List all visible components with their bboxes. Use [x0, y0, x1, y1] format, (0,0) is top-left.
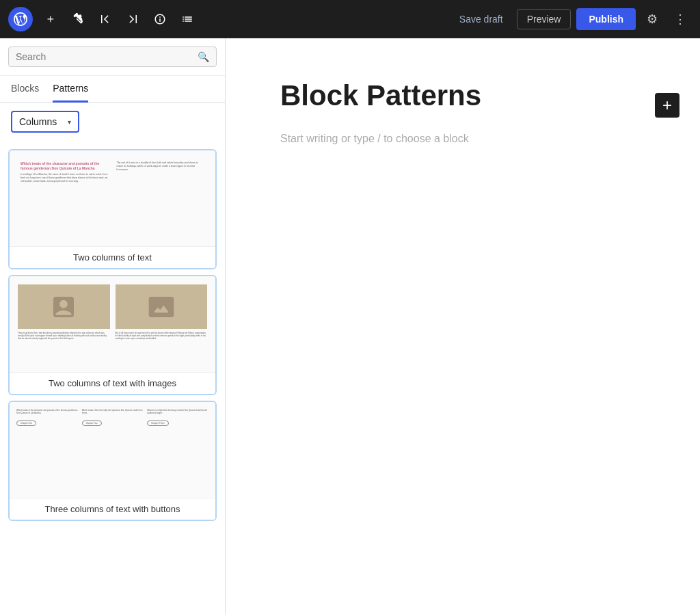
search-input[interactable] [16, 51, 192, 62]
toolbar: Save draft Preview Publish ⚙ ⋮ [0, 0, 700, 38]
publish-button[interactable]: Publish [576, 8, 636, 30]
preview-button-2: Chapter Two [82, 421, 102, 426]
tools-icon [72, 13, 84, 25]
preview-text-col1: They must know, then, that the above-nam… [18, 332, 110, 341]
layout: 🔍 Blocks Patterns Columns All Text Galle… [0, 38, 700, 614]
columns-select[interactable]: Columns All Text Gallery Media & Text [19, 116, 62, 127]
pattern-label-three-col-buttons: Three columns of text with buttons [10, 498, 215, 520]
preview-body-2: The rest of it went in a doublet of fine… [117, 161, 205, 172]
preview-title: Which treats of the character and pursui… [21, 161, 109, 170]
chevron-down-icon: ▾ [68, 118, 71, 126]
add-block-button[interactable] [38, 7, 63, 31]
patterns-list: Which treats of the character and pursui… [0, 141, 225, 535]
undo-button[interactable] [93, 7, 118, 31]
page-title[interactable]: Block Patterns [280, 79, 645, 112]
search-icon: 🔍 [198, 51, 209, 62]
tab-patterns[interactable]: Patterns [53, 83, 88, 103]
search-box: 🔍 [8, 46, 217, 67]
save-draft-button[interactable]: Save draft [451, 10, 511, 29]
pattern-card-two-col-text[interactable]: Which treats of the character and pursui… [8, 149, 217, 269]
settings-button[interactable]: ⚙ [641, 8, 663, 31]
undo-icon [99, 13, 111, 25]
pattern-card-three-col-buttons[interactable]: Which treats of the character and pursui… [8, 401, 217, 521]
preview-image-1 [18, 284, 110, 329]
search-area: 🔍 [0, 38, 225, 76]
preview-button[interactable]: Preview [517, 9, 571, 29]
details-button[interactable] [148, 7, 172, 31]
plus-icon [44, 13, 57, 25]
redo-icon [126, 13, 139, 25]
info-icon [154, 13, 166, 25]
preview-button-3: Chapter Three [147, 421, 168, 426]
redo-button[interactable] [120, 7, 145, 31]
preview-col-b: Which treats of the first sally the inge… [82, 409, 144, 427]
preview-body-1: In a village of La Mancha, the name of w… [21, 173, 109, 183]
preview-col-2: The rest of it went in a doublet of fine… [117, 161, 205, 183]
preview-col-1: Which treats of the character and pursui… [21, 161, 109, 183]
list-view-icon [181, 13, 193, 25]
pattern-card-two-col-images[interactable]: They must know, then, that the above-nam… [8, 275, 217, 395]
dropdown-area: Columns All Text Gallery Media & Text ▾ [0, 103, 225, 141]
columns-dropdown[interactable]: Columns All Text Gallery Media & Text ▾ [11, 111, 79, 133]
pattern-label-two-col-images: Two columns of text with images [10, 372, 215, 394]
pattern-label-two-col-text: Two columns of text [10, 246, 215, 268]
preview-button-1: Chapter One [16, 421, 36, 426]
editor-placeholder[interactable]: Start writing or type / to choose a bloc… [280, 133, 645, 145]
tab-blocks[interactable]: Blocks [11, 83, 39, 103]
preview-image-2 [116, 284, 208, 329]
preview-col-a: Which treats of the character and pursui… [16, 409, 78, 427]
preview-three-col: Which treats of the character and pursui… [16, 409, 208, 427]
pattern-preview-three-col-buttons: Which treats of the character and pursui… [10, 402, 215, 498]
preview-col-c: Wherein is related the droll way in whic… [147, 409, 208, 427]
main-editor: Block Patterns Start writing or type / t… [226, 38, 700, 614]
preview-text-col2: But of all these none he was fond of so … [116, 332, 208, 341]
wp-logo-button[interactable] [8, 7, 33, 31]
pattern-preview-two-col-images: They must know, then, that the above-nam… [10, 276, 215, 372]
add-block-inline-button[interactable]: + [655, 93, 679, 118]
tabs-bar: Blocks Patterns [0, 76, 225, 103]
options-button[interactable]: ⋮ [669, 8, 692, 31]
tools-button[interactable] [66, 7, 90, 31]
wp-logo-icon [14, 12, 27, 26]
pattern-preview-two-col-text: Which treats of the character and pursui… [10, 150, 215, 246]
sidebar: 🔍 Blocks Patterns Columns All Text Galle… [0, 38, 226, 614]
list-view-button[interactable] [175, 7, 200, 31]
